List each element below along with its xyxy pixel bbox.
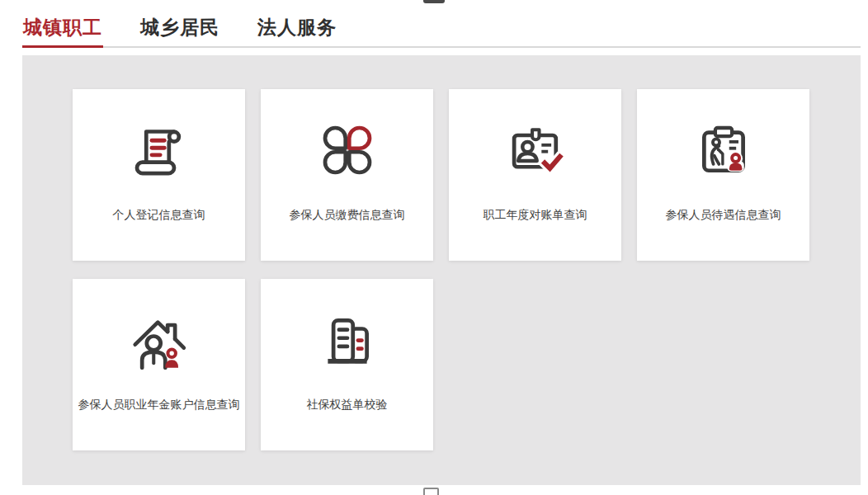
card-label: 职工年度对账单查询 [484,208,587,223]
buildings-icon [318,310,377,370]
services-panel: 个人登记信息查询 参保人员缴费信息查询 [22,55,861,485]
card-social-insurance-verify[interactable]: 社保权益单校验 [261,279,433,450]
tab-urban-rural-residents[interactable]: 城乡居民 [139,15,220,48]
card-benefit-info-query[interactable]: 参保人员待遇信息查询 [637,89,809,261]
cropped-top-element [423,0,445,3]
card-label: 参保人员待遇信息查询 [666,208,781,223]
category-tabbar: 城镇职工 城乡居民 法人服务 [22,15,861,48]
clover-icon [318,120,377,180]
card-label: 参保人员缴费信息查询 [290,208,405,223]
house-family-icon [130,310,189,370]
card-occupational-pension-query[interactable]: 参保人员职业年金账户信息查询 [73,279,245,450]
card-annual-statement-query[interactable]: 职工年度对账单查询 [449,89,621,261]
card-label: 参保人员职业年金账户信息查询 [78,398,240,412]
card-label: 社保权益单校验 [307,398,388,412]
card-personal-registration-query[interactable]: 个人登记信息查询 [73,89,245,261]
cropped-bottom-element [423,488,439,495]
tab-legal-entity-services[interactable]: 法人服务 [257,15,337,48]
scroll-icon [130,120,189,180]
clipboard-elder-icon [694,120,753,180]
id-badge-check-icon [506,120,565,180]
service-card-grid: 个人登记信息查询 参保人员缴费信息查询 [73,89,809,450]
card-label: 个人登记信息查询 [113,208,205,223]
tab-urban-employees[interactable]: 城镇职工 [22,15,103,48]
card-payment-info-query[interactable]: 参保人员缴费信息查询 [261,89,433,261]
